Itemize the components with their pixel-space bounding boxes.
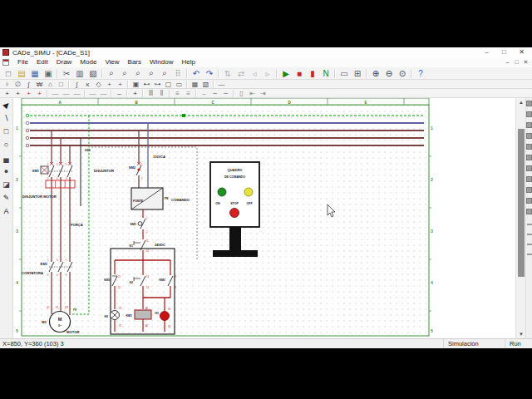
symbol-library-3-icon[interactable]: ⌕ bbox=[131, 68, 145, 79]
symbol-grid2-icon[interactable]: ▧ bbox=[200, 80, 211, 88]
bus-2-icon[interactable]: Ⅱ bbox=[156, 89, 167, 97]
page-symbol-icon[interactable]: ▯ bbox=[236, 89, 247, 97]
jump-right-icon[interactable]: ⇥ bbox=[258, 89, 268, 97]
simulate-play-icon[interactable]: ▶ bbox=[279, 68, 293, 79]
child-close-button[interactable]: ✕ bbox=[521, 57, 530, 67]
maximize-button[interactable]: □ bbox=[495, 47, 513, 57]
wire-plus-icon[interactable]: + bbox=[130, 89, 140, 97]
minimize-button[interactable]: – bbox=[478, 47, 495, 57]
document-icon[interactable] bbox=[2, 59, 9, 66]
on-button[interactable] bbox=[218, 188, 226, 196]
motor-symbol[interactable] bbox=[50, 312, 71, 332]
rotate-left-icon[interactable]: ◃ bbox=[248, 68, 261, 79]
close-button[interactable]: ✕ bbox=[513, 47, 530, 57]
symbol-link-right-icon[interactable]: ⊶ bbox=[152, 80, 163, 88]
simulate-pause-icon[interactable]: ▮ bbox=[306, 68, 319, 79]
wire-short-icon[interactable]: – bbox=[114, 89, 125, 97]
copy-icon[interactable]: ▥ bbox=[73, 68, 86, 79]
dock-wire-button[interactable] bbox=[527, 224, 532, 225]
menu-draw[interactable]: Draw bbox=[52, 57, 76, 67]
symbol-library-4-icon[interactable]: ⌕ bbox=[145, 68, 158, 79]
terminal-1-icon[interactable]: + bbox=[2, 89, 12, 97]
contactor-coil-symbol[interactable] bbox=[135, 310, 151, 319]
zoom-out-icon[interactable]: ⊖ bbox=[382, 68, 396, 79]
cascade-windows-icon[interactable]: ▭ bbox=[337, 68, 351, 79]
symbol-box-icon[interactable]: □ bbox=[56, 80, 66, 88]
lines-1-icon[interactable]: ≡ bbox=[172, 89, 183, 97]
menu-view[interactable]: View bbox=[101, 57, 123, 67]
symbol-valve-icon[interactable]: ◇ bbox=[93, 80, 104, 88]
tilde-2-icon[interactable]: ∼ bbox=[220, 89, 231, 97]
menu-window[interactable]: Window bbox=[145, 57, 177, 67]
rotate-right-icon[interactable]: ▹ bbox=[261, 68, 274, 79]
new-file-icon[interactable]: □ bbox=[2, 68, 15, 79]
symbol-grid-icon[interactable]: ▦ bbox=[190, 80, 200, 88]
symbol-breaker-icon[interactable]: ĸ bbox=[82, 80, 93, 88]
flip-horizontal-icon[interactable]: ⇄ bbox=[234, 68, 248, 79]
filled-circle-tool-icon[interactable]: ● bbox=[1, 165, 12, 178]
fill-tool-icon[interactable]: ◪ bbox=[1, 178, 12, 191]
ellipse-tool-icon[interactable]: ○ bbox=[1, 138, 12, 151]
bus-3-icon[interactable]: Ⅲ bbox=[145, 89, 156, 97]
dock-wire-button[interactable] bbox=[527, 234, 532, 235]
symbol-library-1-icon[interactable]: ⌕ bbox=[105, 68, 118, 79]
symbol-frame2-icon[interactable]: ▭ bbox=[174, 80, 185, 88]
dock-wire-button[interactable] bbox=[527, 254, 532, 255]
dock-symbol-button[interactable] bbox=[526, 155, 532, 160]
save-icon[interactable]: ▦ bbox=[28, 68, 42, 79]
symbol-contact-icon[interactable]: ʃ bbox=[23, 80, 34, 88]
lines-2-icon[interactable]: ≡ bbox=[183, 89, 194, 97]
menu-file[interactable]: File bbox=[13, 57, 32, 67]
symbol-relay-icon[interactable]: ▣ bbox=[131, 80, 141, 88]
menu-help[interactable]: Help bbox=[177, 57, 199, 67]
redo-icon[interactable]: ↷ bbox=[203, 68, 216, 79]
symbol-power-icon[interactable]: ∅ bbox=[12, 80, 23, 88]
lamp-h1-symbol[interactable] bbox=[160, 312, 170, 321]
wire-h1-icon[interactable]: — bbox=[50, 89, 61, 97]
wire-h4-icon[interactable]: — bbox=[87, 89, 98, 97]
line-tool-icon[interactable]: ∖ bbox=[1, 111, 12, 125]
symbol-winding-icon[interactable]: ₩ bbox=[34, 80, 45, 88]
dock-wire-button[interactable] bbox=[527, 244, 532, 245]
scrollbar-thumb[interactable] bbox=[518, 129, 525, 277]
wire-h5-icon[interactable]: — bbox=[98, 89, 109, 97]
dock-symbol-button[interactable] bbox=[526, 198, 532, 204]
vertical-scrollbar[interactable]: ▲ ▼ bbox=[515, 98, 525, 338]
schematic-canvas[interactable]: A B C D E 12 34 5 12 34 5 bbox=[13, 98, 515, 338]
dock-symbol-button[interactable] bbox=[526, 133, 532, 139]
zoom-window-icon[interactable]: ⊙ bbox=[396, 68, 409, 79]
wire-h3-icon[interactable]: — bbox=[71, 89, 82, 97]
symbol-cross-icon[interactable]: + bbox=[104, 80, 115, 88]
dock-symbol-button[interactable] bbox=[526, 144, 532, 150]
tile-windows-icon[interactable]: ⊞ bbox=[351, 68, 364, 79]
symbol-library-2-icon[interactable]: ⌕ bbox=[118, 68, 131, 79]
open-file-icon[interactable]: ▤ bbox=[15, 68, 28, 79]
off-button[interactable] bbox=[244, 188, 253, 196]
child-restore-button[interactable]: □ bbox=[512, 57, 521, 67]
selection-handle[interactable] bbox=[182, 114, 185, 117]
simulate-step-icon[interactable]: N bbox=[319, 68, 332, 79]
dock-symbol-button[interactable] bbox=[526, 101, 532, 106]
symbol-frame-icon[interactable]: ▢ bbox=[163, 80, 174, 88]
filled-rect-tool-icon[interactable]: ▄ bbox=[1, 151, 12, 165]
symbol-switch-icon[interactable]: ʃ bbox=[71, 80, 82, 88]
symbol-link-left-icon[interactable]: ⊷ bbox=[141, 80, 152, 88]
help-icon[interactable]: ? bbox=[414, 68, 427, 79]
symbol-chassis-icon[interactable]: ⌂ bbox=[45, 80, 56, 88]
menu-edit[interactable]: Edit bbox=[32, 57, 52, 67]
paste-icon[interactable]: ▧ bbox=[86, 68, 100, 79]
dock-symbol-button[interactable] bbox=[526, 122, 532, 128]
symbol-wire-icon[interactable]: — bbox=[216, 80, 227, 88]
menu-mode[interactable]: Mode bbox=[76, 57, 101, 67]
zoom-in-icon[interactable]: ⊕ bbox=[369, 68, 382, 79]
rectangle-tool-icon[interactable]: □ bbox=[1, 125, 12, 138]
select-tool-icon[interactable]: ▶ bbox=[1, 98, 12, 111]
terminal-3-icon[interactable]: + bbox=[23, 89, 34, 97]
tilde-1-icon[interactable]: ∼ bbox=[209, 89, 220, 97]
cut-icon[interactable]: ✂ bbox=[60, 68, 73, 79]
terminal-4-icon[interactable]: + bbox=[34, 89, 45, 97]
dock-symbol-button[interactable] bbox=[526, 187, 532, 193]
dock-symbol-button[interactable] bbox=[526, 165, 532, 171]
symbol-probe-icon[interactable]: ♀ bbox=[2, 80, 12, 88]
print-icon[interactable]: ▣ bbox=[42, 68, 55, 79]
